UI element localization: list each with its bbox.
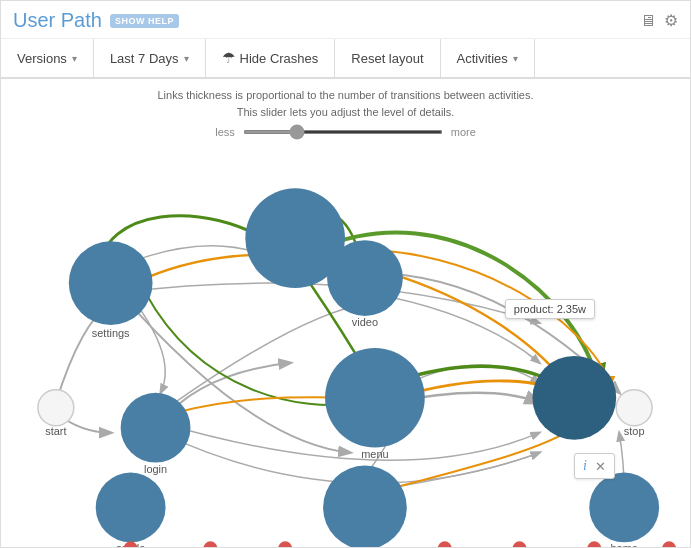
activities-button[interactable]: Activities ▾	[441, 39, 535, 77]
svg-point-10	[589, 473, 659, 543]
svg-point-0	[38, 390, 74, 426]
svg-point-22	[278, 541, 292, 547]
reset-layout-button[interactable]: Reset layout	[335, 39, 440, 77]
svg-point-6	[325, 348, 425, 448]
versions-label: Versions	[17, 51, 67, 66]
svg-point-26	[662, 541, 676, 547]
svg-point-9	[323, 466, 407, 547]
product-tooltip: product: 2.35w	[505, 299, 595, 319]
header-right: 🖥 ⚙	[640, 11, 678, 30]
svg-point-5	[121, 393, 191, 463]
svg-point-25	[587, 541, 601, 547]
show-help-badge[interactable]: SHOW HELP	[110, 14, 179, 28]
versions-button[interactable]: Versions ▾	[1, 39, 94, 77]
close-info-button[interactable]: ✕	[595, 459, 606, 474]
svg-text:video: video	[352, 316, 378, 328]
header-left: User Path SHOW HELP	[13, 9, 179, 32]
activities-label: Activities	[457, 51, 508, 66]
svg-text:stop: stop	[624, 425, 645, 437]
last-days-button[interactable]: Last 7 Days ▾	[94, 39, 206, 77]
svg-text:login: login	[144, 463, 167, 475]
last-days-label: Last 7 Days	[110, 51, 179, 66]
page-title: User Path	[13, 9, 102, 32]
header: User Path SHOW HELP 🖥 ⚙	[1, 1, 690, 39]
svg-point-4	[327, 240, 403, 316]
svg-text:home: home	[610, 542, 637, 547]
info-panel: i ✕	[574, 453, 615, 479]
app-container: User Path SHOW HELP 🖥 ⚙ Versions ▾ Last …	[0, 0, 691, 548]
svg-point-1	[616, 390, 652, 426]
svg-point-23	[438, 541, 452, 547]
umbrella-icon: ☂	[222, 49, 235, 67]
svg-point-7	[532, 356, 616, 440]
product-tooltip-text: product: 2.35w	[514, 303, 586, 315]
svg-point-21	[203, 541, 217, 547]
main-graph-area: Links thickness is proportional to the n…	[1, 79, 690, 547]
settings-icon[interactable]: ⚙	[664, 11, 678, 30]
svg-text:settings: settings	[92, 327, 130, 339]
svg-point-3	[69, 241, 153, 325]
svg-text:start: start	[45, 425, 66, 437]
toolbar: Versions ▾ Last 7 Days ▾ ☂ Hide Crashes …	[1, 39, 690, 79]
svg-text:menu: menu	[361, 448, 388, 460]
hide-crashes-label: Hide Crashes	[240, 51, 319, 66]
svg-point-8	[96, 473, 166, 543]
monitor-icon[interactable]: 🖥	[640, 12, 656, 30]
info-icon: i	[583, 458, 587, 474]
versions-arrow: ▾	[72, 53, 77, 64]
reset-layout-label: Reset layout	[351, 51, 423, 66]
hide-crashes-button[interactable]: ☂ Hide Crashes	[206, 39, 336, 77]
svg-point-24	[513, 541, 527, 547]
last-days-arrow: ▾	[184, 53, 189, 64]
activities-arrow: ▾	[513, 53, 518, 64]
